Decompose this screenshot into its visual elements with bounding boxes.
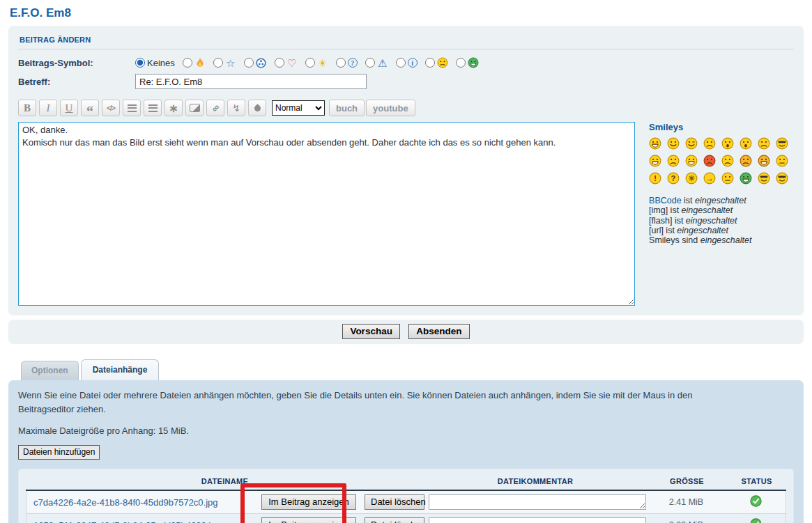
code-button[interactable]: </> [102, 100, 120, 116]
smiley-very-happy[interactable] [649, 137, 661, 150]
symbol-option-rolleyes-smiley[interactable] [425, 57, 448, 68]
rolleyes-smiley-icon [437, 57, 448, 68]
post-symbol-options: Keines☆♡☀?⚠i [135, 57, 484, 68]
symbol-radio-info[interactable] [396, 58, 406, 68]
symbol-option-none[interactable]: Keines [135, 58, 175, 68]
symbol-option-mrgreen-smiley[interactable] [456, 57, 479, 68]
smiley-rolling-eyes[interactable] [776, 155, 788, 167]
delete-file-button[interactable]: Datei löschen [365, 517, 424, 523]
add-files-button[interactable]: Dateien hinzufügen [18, 445, 100, 460]
symbol-radio-fire[interactable] [183, 58, 192, 68]
symbol-option-heart[interactable]: ♡ [275, 57, 298, 68]
font-size-select[interactable]: Normal [272, 100, 325, 116]
toolbar-buttons: BIU“</>∗∞↯ [18, 100, 266, 116]
tab-dateianhaenge[interactable]: Dateianhänge [81, 359, 160, 380]
smiley-uber-geek[interactable] [776, 172, 788, 185]
symbol-radio-mrgreen-smiley[interactable] [456, 58, 466, 68]
list-ordered-button[interactable] [144, 100, 162, 116]
bbcode-status-verb: sind [680, 235, 700, 245]
bbcode-status-label: [url] [649, 226, 664, 235]
smiley-shocked[interactable] [740, 137, 752, 150]
submit-button[interactable]: Absenden [408, 324, 469, 339]
smiley-mad[interactable] [667, 155, 680, 167]
bold-button[interactable]: B [18, 100, 36, 116]
symbol-radio-heart[interactable] [275, 58, 284, 68]
smiley-wink[interactable] [685, 137, 698, 150]
symbol-radio-none[interactable] [135, 58, 145, 68]
smiley-question[interactable]: ? [667, 172, 680, 185]
smiley-crying[interactable] [721, 155, 734, 167]
status-ok-icon [750, 495, 762, 507]
fire-icon [194, 57, 206, 68]
symbol-radio-star[interactable] [213, 58, 223, 68]
smiley-cool[interactable] [776, 137, 788, 150]
symbol-option-info[interactable]: i [396, 58, 418, 68]
bbcode-buch-button[interactable]: buch [329, 100, 365, 116]
smiley-smile[interactable] [667, 137, 680, 150]
smiley-laughing[interactable] [649, 155, 661, 167]
bbcode-youtube-button[interactable]: youtube [366, 100, 415, 116]
bbcode-link[interactable]: BBCode [649, 196, 682, 205]
svg-text:→: → [705, 174, 713, 182]
italic-button[interactable]: I [39, 100, 57, 116]
toolbar-extra-buttons: buchyoutube [328, 100, 415, 116]
underline-button[interactable]: U [60, 100, 78, 116]
bbcode-status-line: [img] ist eingeschaltet [649, 206, 794, 215]
smiley-exclamation[interactable]: ! [649, 172, 661, 185]
symbol-radio-question[interactable] [336, 58, 346, 68]
code-icon: </> [107, 104, 114, 112]
smiley-embarrassed[interactable] [703, 155, 716, 167]
header-dateiname: DATEINAME [26, 477, 424, 485]
symbol-radio-idea[interactable] [305, 58, 315, 68]
symbol-option-dots-circle[interactable] [244, 57, 267, 68]
smiley-razz[interactable] [685, 155, 698, 167]
status-ok-icon [750, 518, 762, 523]
bold-icon: B [24, 102, 31, 114]
post-edit-panel: BEITRAG ÄNDERN Beitrags-Symbol: Keines☆♡… [8, 26, 804, 315]
tab-optionen[interactable]: Optionen [21, 361, 79, 380]
smiley-evil[interactable] [740, 155, 752, 167]
bbcode-status-line: Smileys sind eingeschaltet [649, 236, 794, 245]
symbol-option-question[interactable]: ? [336, 58, 358, 68]
symbol-radio-rolleyes-smiley[interactable] [425, 58, 435, 68]
mrgreen-smiley-icon [468, 57, 479, 68]
bbcode-status-state: eingeschaltet [677, 226, 728, 235]
preview-button[interactable]: Vorschau [342, 324, 400, 339]
list-bullet-button[interactable] [123, 100, 141, 116]
smiley-mr-green[interactable] [740, 172, 752, 185]
flash-button[interactable]: ↯ [227, 100, 245, 116]
symbol-option-attention[interactable]: ⚠ [365, 57, 388, 68]
list-item-button[interactable]: ∗ [164, 100, 183, 116]
smiley-surprised[interactable] [721, 137, 734, 150]
smiley-arrow[interactable]: → [703, 172, 716, 185]
file-comment-textarea[interactable] [429, 494, 646, 510]
smiley-confused[interactable] [758, 137, 770, 150]
symbol-radio-attention[interactable] [365, 58, 375, 68]
image-button[interactable] [185, 100, 204, 116]
display-in-post-button[interactable]: Im Beitrag anzeigen [261, 494, 356, 510]
attachments-intro-text: Wenn Sie eine Datei oder mehrere Dateien… [18, 389, 746, 416]
smiley-geek[interactable] [758, 172, 770, 185]
file-comment-textarea[interactable] [429, 517, 646, 523]
font-color-button[interactable] [248, 100, 266, 116]
display-in-post-button[interactable]: Im Beitrag anzeigen [261, 517, 356, 523]
subject-input[interactable] [135, 74, 367, 89]
quote-button[interactable]: “ [81, 100, 99, 116]
list-ordered-icon [148, 104, 158, 112]
smiley-idea[interactable]: ☀ [685, 172, 698, 185]
symbol-option-idea[interactable]: ☀ [305, 57, 328, 68]
symbol-option-star[interactable]: ☆ [213, 57, 236, 68]
link-button[interactable]: ∞ [206, 100, 224, 116]
message-textarea[interactable]: OK, danke. Komisch nur das man das Bild … [18, 122, 635, 306]
delete-file-button[interactable]: Datei löschen [365, 494, 424, 510]
smiley-sad[interactable] [703, 137, 716, 150]
attachment-filename-link[interactable]: 1653e511-2847-46d5-8b84-05edd05b4632.jpg [33, 520, 221, 523]
attachments-max-size-text: Maximale Dateigröße pro Anhang: 15 MiB. [18, 426, 794, 436]
heart-icon: ♡ [286, 57, 298, 68]
smiley-neutral[interactable] [721, 172, 734, 185]
bbcode-status-label: [flash] [649, 216, 672, 226]
symbol-radio-dots-circle[interactable] [244, 58, 254, 68]
symbol-option-fire[interactable] [183, 57, 206, 68]
attachment-filename-link[interactable]: c7da4226-4a2e-41b8-84f0-45dd9b7572c0.jpg [33, 497, 218, 508]
smiley-twisted-evil[interactable] [758, 155, 770, 167]
